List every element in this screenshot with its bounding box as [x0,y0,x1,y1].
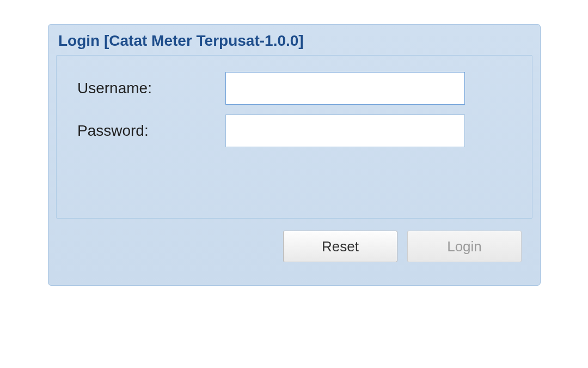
panel-title: Login [Catat Meter Terpusat-1.0.0] [48,25,540,55]
password-label: Password: [73,122,225,140]
username-label: Username: [73,80,225,97]
username-row: Username: [73,72,516,105]
password-input[interactable] [225,114,465,147]
password-row: Password: [73,114,516,147]
reset-button[interactable]: Reset [283,231,397,262]
button-area: Reset Login [48,219,540,262]
username-input[interactable] [225,72,465,105]
login-form-area: Username: Password: [56,55,532,219]
login-panel: Login [Catat Meter Terpusat-1.0.0] Usern… [48,24,541,286]
login-button[interactable]: Login [407,231,522,262]
